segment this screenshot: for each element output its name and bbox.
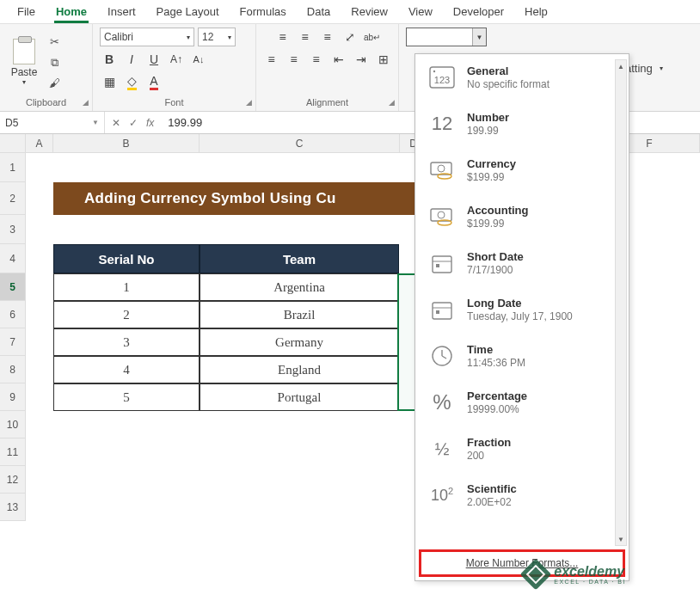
scroll-up-icon[interactable]: ▲ xyxy=(616,60,626,72)
menu-developer[interactable]: Developer xyxy=(443,2,514,23)
table-row: 5Portugal xyxy=(53,383,399,411)
decrease-indent-icon[interactable]: ⇤ xyxy=(329,50,348,69)
menu-home[interactable]: Home xyxy=(46,2,97,23)
row-header[interactable]: 7 xyxy=(0,328,25,356)
currency-icon xyxy=(427,156,457,185)
cell-serial[interactable]: 1 xyxy=(53,273,200,301)
row-header[interactable]: 8 xyxy=(0,356,25,383)
col-header[interactable]: A xyxy=(26,134,53,152)
paste-button[interactable]: Paste ▾ xyxy=(7,39,41,86)
align-left-icon[interactable]: ≡ xyxy=(262,50,281,69)
format-option-currency[interactable]: Currency$199.99 xyxy=(415,147,629,193)
align-top-icon[interactable]: ≡ xyxy=(273,28,292,46)
alignment-launcher-icon[interactable]: ◢ xyxy=(386,97,396,107)
th-team: Team xyxy=(200,244,399,273)
format-option-general[interactable]: 123GeneralNo specific format xyxy=(415,54,629,101)
cell-serial[interactable]: 5 xyxy=(53,383,200,411)
font-shrink-icon[interactable]: A↓ xyxy=(189,50,208,69)
row-header[interactable]: 5 xyxy=(0,273,25,301)
cancel-icon[interactable]: ✕ xyxy=(112,117,120,129)
font-size-select[interactable]: 12▾ xyxy=(198,28,236,46)
cell-team[interactable]: Brazil xyxy=(200,301,399,328)
row-header[interactable]: 13 xyxy=(0,494,25,521)
svg-rect-9 xyxy=(433,256,451,273)
paste-label: Paste xyxy=(11,66,38,78)
borders-button[interactable]: ▦ xyxy=(100,72,119,91)
menu-data[interactable]: Data xyxy=(297,2,341,23)
fill-color-button[interactable]: ◇ xyxy=(122,72,141,91)
scroll-down-icon[interactable]: ▼ xyxy=(616,533,626,545)
table-row: 2Brazil xyxy=(53,301,399,328)
format-title: Short Date xyxy=(467,250,524,263)
format-option-fraction[interactable]: ½Fraction200 xyxy=(415,426,629,472)
italic-button[interactable]: I xyxy=(122,50,141,69)
clipboard-launcher-icon[interactable]: ◢ xyxy=(80,97,90,107)
wrap-text-icon[interactable]: ab↵ xyxy=(363,28,382,46)
name-box[interactable]: D5▼ xyxy=(0,112,105,133)
format-option-scientific[interactable]: 102Scientific2.00E+02 xyxy=(415,472,629,518)
format-title: Number xyxy=(467,111,509,124)
row-header[interactable]: 12 xyxy=(0,466,25,494)
col-header[interactable]: C xyxy=(200,134,400,152)
font-name-select[interactable]: Calibri▾ xyxy=(100,28,194,46)
group-clipboard: Paste ▾ ✂ ⧉ 🖌 Clipboard ◢ xyxy=(0,24,93,111)
copy-icon[interactable]: ⧉ xyxy=(46,55,62,71)
number-format-combo[interactable]: ▼ xyxy=(406,28,487,46)
font-grow-icon[interactable]: A↑ xyxy=(167,50,186,69)
alignment-group-label: Alignment xyxy=(263,97,391,109)
align-bottom-icon[interactable]: ≡ xyxy=(318,28,337,46)
menu-formulas[interactable]: Formulas xyxy=(230,2,297,23)
col-header[interactable] xyxy=(0,134,26,152)
orientation-icon[interactable]: ⤢ xyxy=(341,28,359,46)
row-header[interactable]: 11 xyxy=(0,438,25,466)
fx-icon[interactable]: fx xyxy=(146,117,154,129)
format-option-longdate[interactable]: Long DateTuesday, July 17, 1900 xyxy=(415,286,629,333)
row-header[interactable]: 4 xyxy=(0,244,25,273)
row-header[interactable]: 3 xyxy=(0,215,25,244)
col-header[interactable]: B xyxy=(53,134,200,152)
svg-rect-3 xyxy=(431,163,451,175)
menu-insert[interactable]: Insert xyxy=(97,2,146,23)
menu-review[interactable]: Review xyxy=(341,2,398,23)
cut-icon[interactable]: ✂ xyxy=(46,34,62,50)
scrollbar[interactable]: ▲ ▼ xyxy=(615,59,627,546)
font-launcher-icon[interactable]: ◢ xyxy=(243,97,254,107)
format-sample: 200 xyxy=(467,450,511,462)
format-option-time[interactable]: Time11:45:36 PM xyxy=(415,333,629,379)
group-font: Calibri▾ 12▾ B I U A↑ A↓ ▦ ◇ A Font ◢ xyxy=(93,24,256,111)
row-header[interactable]: 1 xyxy=(0,153,25,182)
cell-team[interactable]: Argentina xyxy=(200,273,399,301)
chevron-down-icon[interactable]: ▼ xyxy=(472,28,486,46)
underline-button[interactable]: U xyxy=(144,50,163,69)
row-header[interactable]: 2 xyxy=(0,182,25,215)
menu-view[interactable]: View xyxy=(398,2,443,23)
align-middle-icon[interactable]: ≡ xyxy=(296,28,315,46)
cell-team[interactable]: Portugal xyxy=(200,383,399,411)
row-header[interactable]: 6 xyxy=(0,301,25,328)
menu-file[interactable]: File xyxy=(7,2,46,23)
format-option-accounting[interactable]: Accounting $199.99 xyxy=(415,193,629,240)
enter-icon[interactable]: ✓ xyxy=(129,117,138,129)
format-option-number[interactable]: 12Number199.99 xyxy=(415,101,629,147)
format-option-shortdate[interactable]: Short Date7/17/1900 xyxy=(415,240,629,286)
bold-button[interactable]: B xyxy=(100,50,119,69)
format-option-percentage[interactable]: %Percentage19999.00% xyxy=(415,379,629,426)
format-painter-icon[interactable]: 🖌 xyxy=(46,76,62,91)
table-row: 3Germany xyxy=(53,328,399,356)
menu-page-layout[interactable]: Page Layout xyxy=(146,2,230,23)
cell-team[interactable]: Germany xyxy=(200,328,399,356)
merge-center-icon[interactable]: ⊞ xyxy=(374,50,393,69)
align-center-icon[interactable]: ≡ xyxy=(285,50,304,69)
cell-serial[interactable]: 3 xyxy=(53,328,200,356)
row-header[interactable]: 9 xyxy=(0,383,25,411)
row-header[interactable]: 10 xyxy=(0,411,25,438)
menu-help[interactable]: Help xyxy=(514,2,558,23)
increase-indent-icon[interactable]: ⇥ xyxy=(352,50,371,69)
font-color-button[interactable]: A xyxy=(144,72,163,91)
cell-team[interactable]: England xyxy=(200,356,399,383)
format-title: Scientific xyxy=(467,482,517,495)
cell-serial[interactable]: 4 xyxy=(53,356,200,383)
format-title: Time xyxy=(467,343,525,356)
cell-serial[interactable]: 2 xyxy=(53,301,200,328)
align-right-icon[interactable]: ≡ xyxy=(307,50,326,69)
